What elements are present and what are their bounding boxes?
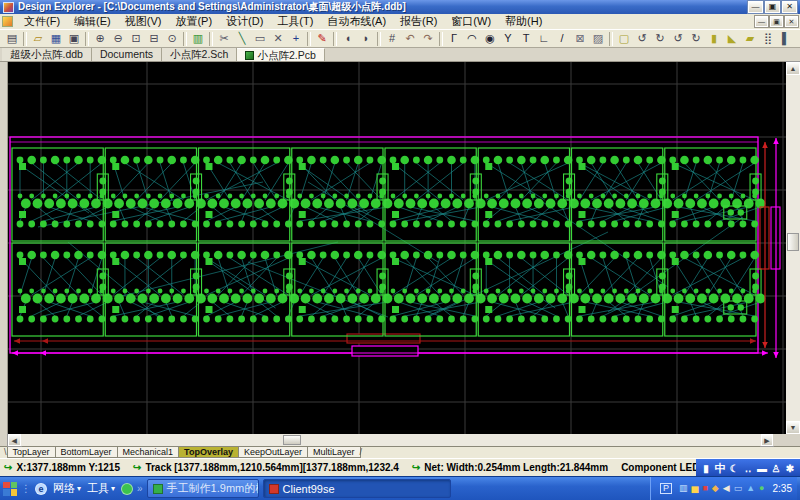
menu-reports[interactable]: 报告(R) bbox=[393, 13, 444, 30]
wire-button[interactable]: ╲ bbox=[233, 31, 251, 47]
scroll-down-button[interactable]: ▼ bbox=[786, 421, 800, 434]
tray-chart-icon[interactable]: ▅ bbox=[691, 484, 698, 493]
menu-window[interactable]: 窗口(W) bbox=[444, 13, 498, 30]
doc-tab-pcb[interactable]: 小点阵2.Pcb bbox=[237, 48, 324, 61]
design-manager-button[interactable]: ▤ bbox=[3, 31, 21, 47]
ime-keyboard-icon[interactable]: ▬ bbox=[756, 463, 768, 474]
zoom-window-button[interactable]: ⊡ bbox=[127, 31, 145, 47]
menu-design[interactable]: 设计(D) bbox=[219, 13, 270, 30]
place-arc-button[interactable]: ◠ bbox=[463, 31, 481, 47]
ime-user-icon[interactable]: ♙ bbox=[770, 463, 782, 474]
place-line-button[interactable]: / bbox=[553, 31, 571, 47]
horizontal-scrollbar[interactable]: ◀ ▶ bbox=[0, 434, 800, 446]
layer-toplayer[interactable]: TopLayer bbox=[7, 447, 56, 458]
menu-autoroute[interactable]: 自动布线(A) bbox=[320, 13, 393, 30]
menu-tools[interactable]: 工具(T) bbox=[270, 13, 320, 30]
task-handmade[interactable]: 手工制作1.9mm的模 bbox=[147, 479, 259, 498]
panel-splitter[interactable] bbox=[0, 62, 8, 434]
ime-punctuation-icon[interactable]: ‥ bbox=[742, 463, 754, 474]
panel-toggle-right-button[interactable]: ▐ bbox=[795, 31, 800, 47]
tray-window-icon[interactable]: ▭ bbox=[734, 484, 743, 493]
menu-edit[interactable]: 编辑(E) bbox=[67, 13, 118, 30]
zoom-point-button[interactable]: ⊙ bbox=[163, 31, 181, 47]
tray-device-icon[interactable]: ◆ bbox=[712, 484, 719, 493]
horizontal-scroll-thumb[interactable] bbox=[283, 435, 301, 445]
tray-antivirus-icon[interactable]: ■ bbox=[702, 484, 707, 493]
split-plane-button[interactable]: ▰ bbox=[741, 31, 759, 47]
layer-multilayer[interactable]: MultiLayer bbox=[307, 447, 361, 458]
vertical-scrollbar[interactable]: ▲ ▼ bbox=[786, 62, 800, 434]
menu-place[interactable]: 放置(P) bbox=[168, 13, 219, 30]
rotate-cw-button[interactable]: ↻ bbox=[651, 31, 669, 47]
quicklaunch-overflow[interactable]: » bbox=[137, 483, 143, 494]
doc-tab-ddb[interactable]: 超级小点阵.ddb bbox=[2, 48, 92, 61]
tray-security-icon[interactable]: ● bbox=[759, 484, 764, 493]
scroll-right-button[interactable]: ▶ bbox=[761, 434, 774, 446]
language-bar[interactable]: ▮中☾‥▬♙✱ bbox=[696, 459, 800, 476]
place-track-button[interactable]: Г bbox=[445, 31, 463, 47]
zoom-out-button[interactable]: ⊖ bbox=[109, 31, 127, 47]
place-dimension-button[interactable]: ∟ bbox=[535, 31, 553, 47]
deselect-button[interactable]: ✕ bbox=[269, 31, 287, 47]
ime-settings-icon[interactable]: ✱ bbox=[784, 463, 796, 474]
pcb-drawing[interactable] bbox=[8, 62, 786, 434]
doc-tab-documents[interactable]: Documents bbox=[92, 48, 162, 61]
toolbar-tools[interactable]: 工具▾ bbox=[87, 481, 115, 496]
mdi-restore-button[interactable]: ▣ bbox=[770, 16, 783, 27]
tray-shield-icon[interactable]: ▲ bbox=[746, 484, 755, 493]
langbar-grip-icon[interactable]: ▮ bbox=[700, 463, 712, 474]
save-button[interactable]: ▦ bbox=[47, 31, 65, 47]
layer-bottomlayer[interactable]: BottomLayer bbox=[55, 447, 118, 458]
place-text-button[interactable]: T bbox=[517, 31, 535, 47]
cutter-button[interactable]: ✂ bbox=[215, 31, 233, 47]
open-document-button[interactable]: ▱ bbox=[29, 31, 47, 47]
rotate-ccw-button[interactable]: ↺ bbox=[633, 31, 651, 47]
quick-browser[interactable]: e bbox=[35, 483, 47, 495]
flip-left-button[interactable]: ◖ bbox=[339, 31, 357, 47]
array-place-button[interactable]: ⣿ bbox=[759, 31, 777, 47]
tray-network-icon[interactable]: ▥ bbox=[679, 484, 688, 493]
zoom-in-button[interactable]: ⊕ bbox=[91, 31, 109, 47]
zoom-area-button[interactable]: ⊟ bbox=[145, 31, 163, 47]
highlight-pen-button[interactable]: ✎ bbox=[313, 31, 331, 47]
menu-help[interactable]: 帮助(H) bbox=[498, 13, 549, 30]
tray-volume-icon[interactable]: ◀ bbox=[723, 484, 730, 493]
place-polygon-button[interactable]: ◣ bbox=[723, 31, 741, 47]
start-icon[interactable] bbox=[3, 482, 17, 496]
browse-component-button[interactable]: ▥ bbox=[189, 31, 207, 47]
print-button[interactable]: ▣ bbox=[65, 31, 83, 47]
task-client99se[interactable]: Client99se bbox=[263, 479, 451, 498]
toolbar-network[interactable]: 网络▾ bbox=[53, 481, 81, 496]
doc-tab-sch[interactable]: 小点阵2.Sch bbox=[162, 48, 237, 61]
menu-file[interactable]: 文件(F) bbox=[17, 13, 67, 30]
layer-keepoutlayer[interactable]: KeepOutLayer bbox=[238, 447, 308, 458]
undo-button[interactable]: ↶ bbox=[401, 31, 419, 47]
place-room-button[interactable]: ▢ bbox=[615, 31, 633, 47]
flip-right-button[interactable]: ◗ bbox=[357, 31, 375, 47]
vertical-scroll-track[interactable] bbox=[786, 75, 800, 421]
move-button[interactable]: + bbox=[287, 31, 305, 47]
maximize-button[interactable]: ▣ bbox=[765, 1, 780, 13]
place-hatch-button[interactable]: ▨ bbox=[589, 31, 607, 47]
minimize-button[interactable]: — bbox=[748, 1, 763, 13]
place-fill-button[interactable]: ▮ bbox=[705, 31, 723, 47]
ime-mode-moon-icon[interactable]: ☾ bbox=[728, 463, 740, 474]
language-chinese-icon[interactable]: 中 bbox=[714, 461, 726, 476]
place-fill-cross-button[interactable]: ⊠ bbox=[571, 31, 589, 47]
place-pad-button[interactable]: Υ bbox=[499, 31, 517, 47]
pcb-canvas[interactable] bbox=[8, 62, 786, 434]
mdi-close-button[interactable]: ✕ bbox=[785, 16, 798, 27]
layer-mechanical1[interactable]: Mechanical1 bbox=[117, 447, 180, 458]
rotate-90-button[interactable]: ↺ bbox=[669, 31, 687, 47]
scroll-up-button[interactable]: ▲ bbox=[786, 62, 800, 75]
redo-button[interactable]: ↷ bbox=[419, 31, 437, 47]
quick-green-app[interactable] bbox=[121, 483, 133, 495]
place-via-button[interactable]: ◉ bbox=[481, 31, 499, 47]
mdi-minimize-button[interactable]: — bbox=[755, 16, 768, 27]
select-area-button[interactable]: ▭ bbox=[251, 31, 269, 47]
vertical-scroll-thumb[interactable] bbox=[787, 233, 799, 251]
horizontal-scroll-track[interactable] bbox=[21, 434, 761, 446]
rotate-180-button[interactable]: ↻ bbox=[687, 31, 705, 47]
menu-view[interactable]: 视图(V) bbox=[118, 13, 169, 30]
grid-toggle-button[interactable]: # bbox=[383, 31, 401, 47]
